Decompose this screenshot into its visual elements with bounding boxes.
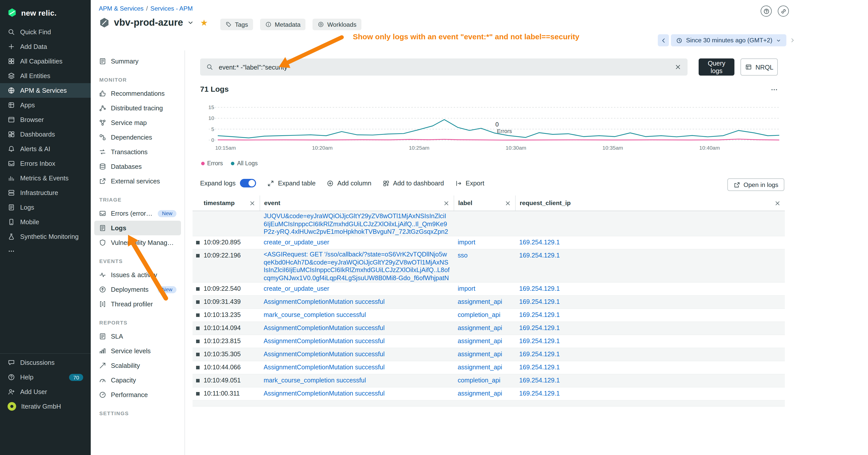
add-column-button[interactable]: Add column xyxy=(327,180,371,187)
query-logs-button[interactable]: Query logs xyxy=(699,59,735,75)
nav-item-quick-find[interactable]: Quick Find xyxy=(0,25,91,39)
nav-item-apm-services[interactable]: APM & Services xyxy=(0,83,91,98)
remove-column-label-icon[interactable] xyxy=(504,200,511,206)
log-label-link[interactable]: completion_api xyxy=(458,377,500,384)
subnav-item-scalability[interactable]: Scalability xyxy=(94,358,181,373)
log-row[interactable]: 10:09:20.895create_or_update_userimport1… xyxy=(192,236,785,250)
row-marker[interactable] xyxy=(196,366,199,369)
log-ip-link[interactable]: 169.254.129.1 xyxy=(519,325,560,331)
log-event-link[interactable]: AssignmentCompletionMutation successful xyxy=(264,364,384,371)
log-ip-link[interactable]: 169.254.129.1 xyxy=(519,285,560,292)
log-event-link[interactable]: create_or_update_user xyxy=(264,285,329,292)
log-event-link[interactable]: AssignmentCompletionMutation successful xyxy=(264,325,384,331)
permalink-icon[interactable] xyxy=(778,5,789,17)
subnav-item-issues-activity[interactable]: Issues & activity xyxy=(94,267,181,282)
log-ip-link[interactable]: 169.254.129.1 xyxy=(519,312,560,319)
expand-logs-toggle[interactable] xyxy=(240,179,256,188)
logs-query-input[interactable] xyxy=(218,63,670,71)
log-event-link[interactable]: JUQVU&code=eyJraWQiOiJjcGltY29yZV8wOTl1M… xyxy=(264,213,448,236)
log-event-link[interactable]: AssignmentCompletionMutation successful xyxy=(264,351,384,358)
subnav-item-service-levels[interactable]: Service levels xyxy=(94,344,181,358)
column-header-label[interactable]: label xyxy=(454,195,515,210)
row-marker[interactable] xyxy=(196,314,199,317)
help-icon[interactable] xyxy=(761,5,772,17)
subnav-item-deployments[interactable]: DeploymentsNew xyxy=(94,282,181,297)
subnav-item-errors-errors-inb[interactable]: Errors (errors inb...New xyxy=(94,206,181,221)
subnav-item-thread-profiler[interactable]: Thread profiler xyxy=(94,297,181,312)
metadata-button[interactable]: Metadata xyxy=(260,19,306,30)
log-label-link[interactable]: completion_api xyxy=(458,312,500,319)
time-forward-button[interactable] xyxy=(788,34,797,46)
subnav-item-recommendations[interactable]: Recommendations xyxy=(94,86,181,101)
log-label-link[interactable]: assignment_api xyxy=(458,390,502,397)
nrql-button[interactable]: NRQL xyxy=(741,59,778,75)
nav-item-logs[interactable]: Logs xyxy=(0,200,91,215)
log-label-link[interactable]: import xyxy=(458,239,475,246)
nav-item-iterativ-gmbh[interactable]: Iterativ GmbH xyxy=(0,399,91,414)
subnav-item-distributed-tracing[interactable]: Distributed tracing xyxy=(94,101,181,116)
row-marker[interactable] xyxy=(196,392,199,395)
favorite-star-icon[interactable]: ★ xyxy=(200,18,208,28)
log-row[interactable]: 10:10:23.815AssignmentCompletionMutation… xyxy=(192,335,785,348)
subnav-item-databases[interactable]: Databases xyxy=(94,159,181,174)
nav-item-all-capabilities[interactable]: All Capabilities xyxy=(0,54,91,68)
clear-query-icon[interactable] xyxy=(675,64,682,70)
nav-item-browser[interactable]: Browser xyxy=(0,112,91,127)
log-label-link[interactable]: assignment_api xyxy=(458,337,502,345)
log-event-link[interactable]: mark_course_completion successful xyxy=(264,312,366,319)
legend-all-logs[interactable]: All Logs xyxy=(231,160,258,166)
log-label-link[interactable]: import xyxy=(458,285,475,292)
subnav-item-external-services[interactable]: External services xyxy=(94,174,181,189)
log-ip-link[interactable]: 169.254.129.1 xyxy=(519,390,560,397)
log-event-link[interactable]: AssignmentCompletionMutation successful xyxy=(264,390,384,397)
legend-errors[interactable]: Errors xyxy=(201,160,223,166)
nav-item-synthetic-monitoring[interactable]: Synthetic Monitoring xyxy=(0,229,91,244)
log-row[interactable]: 10:10:35.305AssignmentCompletionMutation… xyxy=(192,348,785,361)
open-in-logs-button[interactable]: Open in logs xyxy=(727,178,784,191)
nav-item-add-data[interactable]: Add Data xyxy=(0,39,91,54)
log-event-link[interactable]: create_or_update_user xyxy=(264,239,329,246)
row-marker[interactable] xyxy=(196,254,199,258)
log-event-link[interactable]: mark_course_completion successful xyxy=(264,377,366,384)
log-label-link[interactable]: assignment_api xyxy=(458,364,502,371)
log-ip-link[interactable]: 169.254.129.1 xyxy=(519,252,560,259)
nav-item-more[interactable] xyxy=(0,244,91,259)
nav-item-metrics-events[interactable]: Metrics & Events xyxy=(0,171,91,186)
breadcrumb-services-apm[interactable]: Services - APM xyxy=(151,5,193,12)
expand-table-button[interactable]: Expand table xyxy=(268,180,315,187)
remove-column-event-icon[interactable] xyxy=(443,200,450,206)
log-event-link[interactable]: AssignmentCompletionMutation successful xyxy=(264,337,384,345)
remove-column-timestamp-icon[interactable] xyxy=(249,200,255,206)
log-ip-link[interactable]: 169.254.129.1 xyxy=(519,298,560,305)
subnav-item-service-map[interactable]: Service map xyxy=(94,116,181,130)
row-marker[interactable] xyxy=(196,287,199,291)
row-marker[interactable] xyxy=(196,379,199,383)
subnav-item-capacity[interactable]: Capacity xyxy=(94,373,181,388)
nav-item-alerts-ai[interactable]: Alerts & AI xyxy=(0,141,91,156)
log-row[interactable]: JUQVU&code=eyJraWQiOiJjcGltY29yZV8wOTl1M… xyxy=(192,211,785,236)
nav-item-all-entities[interactable]: All Entities xyxy=(0,68,91,83)
log-ip-link[interactable]: 169.254.129.1 xyxy=(519,337,560,345)
log-ip-link[interactable]: 169.254.129.1 xyxy=(519,239,560,246)
log-label-link[interactable]: assignment_api xyxy=(458,325,502,331)
log-ip-link[interactable]: 169.254.129.1 xyxy=(519,364,560,371)
subnav-item-transactions[interactable]: Transactions xyxy=(94,144,181,159)
log-row[interactable]: 10:09:22.196<ASGIRequest: GET '/sso/call… xyxy=(192,250,785,283)
nav-item-mobile[interactable]: Mobile xyxy=(0,215,91,229)
log-row[interactable]: 10:10:14.094AssignmentCompletionMutation… xyxy=(192,322,785,335)
log-row[interactable]: 10:11:00.311AssignmentCompletionMutation… xyxy=(192,388,785,400)
nav-item-errors-inbox[interactable]: Errors Inbox xyxy=(0,156,91,171)
log-label-link[interactable]: sso xyxy=(458,252,467,259)
workloads-button[interactable]: Workloads xyxy=(313,19,362,30)
subnav-item-vulnerability-management[interactable]: Vulnerability Management xyxy=(94,235,181,250)
nav-item-help[interactable]: Help70 xyxy=(0,370,91,385)
time-picker[interactable]: Since 30 minutes ago (GMT+2) xyxy=(671,34,786,46)
subnav-item-logs[interactable]: Logs xyxy=(94,221,181,235)
log-ip-link[interactable]: 169.254.129.1 xyxy=(519,351,560,358)
log-label-link[interactable]: assignment_api xyxy=(458,298,502,305)
row-marker[interactable] xyxy=(196,353,199,356)
column-header-request-client-ip[interactable]: request_client_ip xyxy=(515,195,785,210)
more-options-icon[interactable] xyxy=(770,86,779,94)
new-relic-logo[interactable]: new relic. xyxy=(0,0,91,25)
entity-caret-icon[interactable] xyxy=(187,19,194,26)
